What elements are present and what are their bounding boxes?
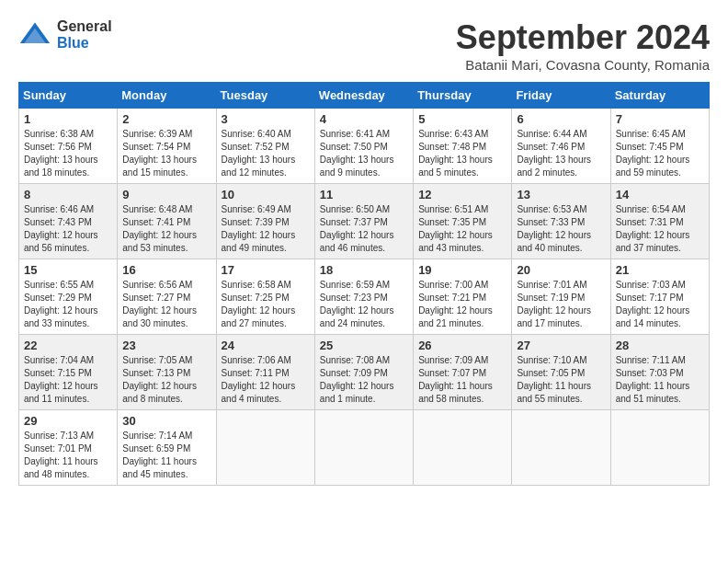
day-number: 15 (24, 263, 112, 277)
calendar-header-thursday: Thursday (414, 83, 512, 109)
day-info: Sunrise: 7:00 AM Sunset: 7:21 PM Dayligh… (418, 279, 506, 330)
calendar-day-cell: 20Sunrise: 7:01 AM Sunset: 7:19 PM Dayli… (512, 259, 610, 335)
calendar-header-monday: Monday (118, 83, 216, 109)
calendar-header-row: SundayMondayTuesdayWednesdayThursdayFrid… (19, 83, 710, 109)
day-info: Sunrise: 6:41 AM Sunset: 7:50 PM Dayligh… (320, 128, 408, 179)
calendar-day-cell: 29Sunrise: 7:13 AM Sunset: 7:01 PM Dayli… (19, 410, 118, 486)
day-info: Sunrise: 6:55 AM Sunset: 7:29 PM Dayligh… (24, 279, 112, 330)
day-number: 9 (122, 188, 210, 201)
calendar-day-cell: 24Sunrise: 7:06 AM Sunset: 7:11 PM Dayli… (216, 335, 314, 410)
calendar-day-cell: 2Sunrise: 6:39 AM Sunset: 7:54 PM Daylig… (118, 109, 216, 184)
calendar-day-cell: 17Sunrise: 6:58 AM Sunset: 7:25 PM Dayli… (216, 259, 314, 335)
day-info: Sunrise: 6:58 AM Sunset: 7:25 PM Dayligh… (222, 279, 310, 330)
calendar-week-row: 8Sunrise: 6:46 AM Sunset: 7:43 PM Daylig… (19, 184, 710, 259)
day-info: Sunrise: 6:51 AM Sunset: 7:35 PM Dayligh… (418, 203, 506, 255)
day-number: 16 (122, 263, 210, 277)
day-number: 6 (517, 112, 605, 126)
calendar-day-cell: 25Sunrise: 7:08 AM Sunset: 7:09 PM Dayli… (314, 335, 413, 410)
calendar-day-cell: 5Sunrise: 6:43 AM Sunset: 7:48 PM Daylig… (414, 109, 512, 184)
calendar-day-cell: 6Sunrise: 6:44 AM Sunset: 7:46 PM Daylig… (512, 109, 610, 184)
day-number: 21 (616, 263, 704, 277)
calendar-day-cell (216, 410, 314, 486)
day-number: 23 (122, 339, 210, 352)
calendar-week-row: 1Sunrise: 6:38 AM Sunset: 7:56 PM Daylig… (19, 109, 710, 184)
day-info: Sunrise: 6:46 AM Sunset: 7:43 PM Dayligh… (24, 203, 112, 255)
logo-blue: Blue (57, 35, 112, 52)
calendar-header-sunday: Sunday (19, 83, 118, 109)
calendar-header-tuesday: Tuesday (216, 83, 314, 109)
day-number: 8 (24, 188, 112, 201)
day-info: Sunrise: 7:04 AM Sunset: 7:15 PM Dayligh… (24, 354, 112, 406)
day-info: Sunrise: 6:56 AM Sunset: 7:27 PM Dayligh… (122, 279, 210, 330)
calendar-day-cell: 14Sunrise: 6:54 AM Sunset: 7:31 PM Dayli… (610, 184, 709, 259)
day-info: Sunrise: 6:54 AM Sunset: 7:31 PM Dayligh… (616, 203, 704, 255)
day-info: Sunrise: 6:40 AM Sunset: 7:52 PM Dayligh… (222, 128, 310, 179)
day-number: 30 (122, 414, 210, 428)
calendar-day-cell (414, 410, 512, 486)
day-number: 12 (418, 188, 506, 201)
title-block: September 2024 Batanii Mari, Covasna Cou… (456, 18, 710, 73)
logo-icon (18, 18, 51, 52)
day-info: Sunrise: 6:45 AM Sunset: 7:45 PM Dayligh… (616, 128, 704, 179)
day-info: Sunrise: 7:13 AM Sunset: 7:01 PM Dayligh… (24, 430, 112, 481)
day-number: 25 (320, 339, 408, 352)
day-info: Sunrise: 7:09 AM Sunset: 7:07 PM Dayligh… (418, 354, 506, 406)
day-number: 24 (222, 339, 310, 352)
month-title: September 2024 (456, 18, 710, 57)
day-number: 3 (222, 112, 310, 126)
logo-general: General (57, 18, 112, 35)
day-number: 29 (24, 414, 112, 428)
calendar-day-cell: 19Sunrise: 7:00 AM Sunset: 7:21 PM Dayli… (414, 259, 512, 335)
calendar-day-cell: 26Sunrise: 7:09 AM Sunset: 7:07 PM Dayli… (414, 335, 512, 410)
calendar-day-cell: 21Sunrise: 7:03 AM Sunset: 7:17 PM Dayli… (610, 259, 709, 335)
day-info: Sunrise: 7:10 AM Sunset: 7:05 PM Dayligh… (517, 354, 605, 406)
day-number: 10 (222, 188, 310, 201)
day-info: Sunrise: 6:39 AM Sunset: 7:54 PM Dayligh… (122, 128, 210, 179)
calendar-day-cell: 8Sunrise: 6:46 AM Sunset: 7:43 PM Daylig… (19, 184, 118, 259)
calendar-day-cell: 13Sunrise: 6:53 AM Sunset: 7:33 PM Dayli… (512, 184, 610, 259)
calendar-day-cell: 4Sunrise: 6:41 AM Sunset: 7:50 PM Daylig… (314, 109, 413, 184)
day-info: Sunrise: 6:49 AM Sunset: 7:39 PM Dayligh… (222, 203, 310, 255)
day-number: 26 (418, 339, 506, 352)
day-info: Sunrise: 6:53 AM Sunset: 7:33 PM Dayligh… (517, 203, 605, 255)
calendar-day-cell: 27Sunrise: 7:10 AM Sunset: 7:05 PM Dayli… (512, 335, 610, 410)
day-info: Sunrise: 6:59 AM Sunset: 7:23 PM Dayligh… (320, 279, 408, 330)
day-info: Sunrise: 6:38 AM Sunset: 7:56 PM Dayligh… (24, 128, 112, 179)
day-number: 18 (320, 263, 408, 277)
calendar-day-cell: 28Sunrise: 7:11 AM Sunset: 7:03 PM Dayli… (610, 335, 709, 410)
calendar-day-cell: 7Sunrise: 6:45 AM Sunset: 7:45 PM Daylig… (610, 109, 709, 184)
day-number: 13 (517, 188, 605, 201)
day-number: 27 (517, 339, 605, 352)
day-info: Sunrise: 7:11 AM Sunset: 7:03 PM Dayligh… (616, 354, 704, 406)
calendar-day-cell: 10Sunrise: 6:49 AM Sunset: 7:39 PM Dayli… (216, 184, 314, 259)
calendar-day-cell: 12Sunrise: 6:51 AM Sunset: 7:35 PM Dayli… (414, 184, 512, 259)
day-number: 5 (418, 112, 506, 126)
calendar-table: SundayMondayTuesdayWednesdayThursdayFrid… (18, 82, 710, 486)
calendar-week-row: 29Sunrise: 7:13 AM Sunset: 7:01 PM Dayli… (19, 410, 710, 486)
calendar-day-cell: 1Sunrise: 6:38 AM Sunset: 7:56 PM Daylig… (19, 109, 118, 184)
calendar-header-wednesday: Wednesday (314, 83, 413, 109)
location: Batanii Mari, Covasna County, Romania (456, 57, 710, 73)
day-info: Sunrise: 7:14 AM Sunset: 6:59 PM Dayligh… (122, 430, 210, 481)
day-info: Sunrise: 7:08 AM Sunset: 7:09 PM Dayligh… (320, 354, 408, 406)
calendar-day-cell: 9Sunrise: 6:48 AM Sunset: 7:41 PM Daylig… (118, 184, 216, 259)
logo-text: General Blue (57, 18, 112, 51)
day-number: 28 (616, 339, 704, 352)
calendar-day-cell: 30Sunrise: 7:14 AM Sunset: 6:59 PM Dayli… (118, 410, 216, 486)
calendar-day-cell: 23Sunrise: 7:05 AM Sunset: 7:13 PM Dayli… (118, 335, 216, 410)
day-info: Sunrise: 7:05 AM Sunset: 7:13 PM Dayligh… (122, 354, 210, 406)
day-number: 22 (24, 339, 112, 352)
calendar-week-row: 22Sunrise: 7:04 AM Sunset: 7:15 PM Dayli… (19, 335, 710, 410)
day-info: Sunrise: 6:50 AM Sunset: 7:37 PM Dayligh… (320, 203, 408, 255)
day-info: Sunrise: 6:48 AM Sunset: 7:41 PM Dayligh… (122, 203, 210, 255)
day-info: Sunrise: 6:44 AM Sunset: 7:46 PM Dayligh… (517, 128, 605, 179)
calendar-day-cell: 22Sunrise: 7:04 AM Sunset: 7:15 PM Dayli… (19, 335, 118, 410)
calendar-day-cell (610, 410, 709, 486)
day-number: 1 (24, 112, 112, 126)
day-info: Sunrise: 7:06 AM Sunset: 7:11 PM Dayligh… (222, 354, 310, 406)
calendar-header-friday: Friday (512, 83, 610, 109)
day-number: 19 (418, 263, 506, 277)
calendar-day-cell (512, 410, 610, 486)
calendar-day-cell: 11Sunrise: 6:50 AM Sunset: 7:37 PM Dayli… (314, 184, 413, 259)
calendar-header-saturday: Saturday (610, 83, 709, 109)
